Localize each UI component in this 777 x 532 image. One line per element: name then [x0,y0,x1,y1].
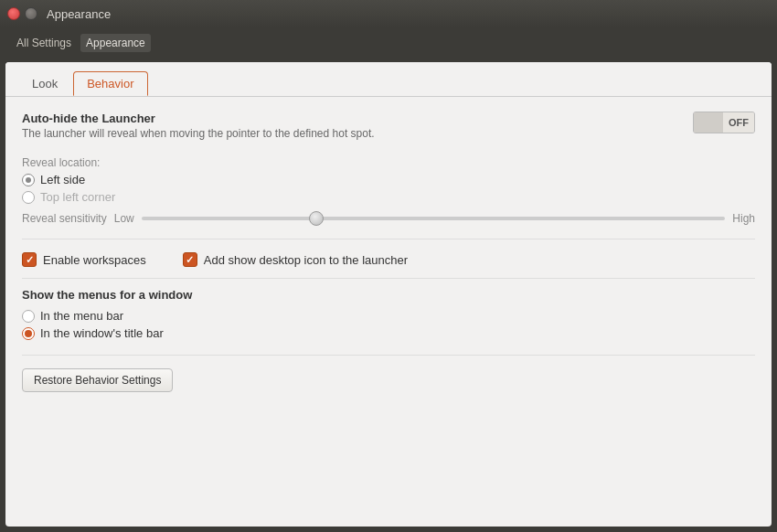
radio-circle-titlebar [22,327,35,340]
radio-circle-left [22,174,35,186]
radio-top-left[interactable]: Top left corner [22,190,755,204]
show-menus-section: Show the menus for a window In the menu … [22,288,755,340]
radio-label-left: Left side [40,173,85,186]
auto-hide-subtitle: The launcher will reveal when moving the… [22,127,375,140]
breadcrumb-all-settings[interactable]: All Settings [11,34,77,52]
checkbox-desktop-box: ✓ [183,252,197,267]
checkbox-workspaces-box: ✓ [22,252,37,267]
toggle-track [694,112,723,133]
window-title: Appearance [47,7,111,21]
auto-hide-title: Auto-hide the Launcher [22,112,375,125]
tabs: Look Behavior [5,62,772,97]
slider-thumb[interactable] [309,211,324,226]
auto-hide-row: Auto-hide the Launcher The launcher will… [22,112,755,149]
content-area: Look Behavior Auto-hide the Launcher The… [5,62,772,527]
radio-label-topleft: Top left corner [40,190,115,204]
reveal-location-group: Reveal location: Left side Top left corn… [22,156,755,204]
reveal-location-label: Reveal location: [22,156,755,169]
restore-behavior-button[interactable]: Restore Behavior Settings [22,368,173,392]
sensitivity-slider[interactable] [142,211,726,226]
tab-look[interactable]: Look [18,71,71,96]
window-controls [7,7,37,20]
radio-label-menubar: In the menu bar [40,309,123,323]
behavior-panel: Auto-hide the Launcher The launcher will… [5,97,772,407]
breadcrumb-bar: All Settings Appearance [0,27,777,59]
radio-label-titlebar: In the window's title bar [40,326,164,340]
checkbox-desktop-label: Add show desktop icon to the launcher [204,253,408,267]
sensitivity-label: Reveal sensitivity [22,212,107,225]
tab-behavior[interactable]: Behavior [73,71,147,96]
sensitivity-high: High [732,212,755,225]
minimize-button[interactable] [25,7,37,20]
show-menus-title: Show the menus for a window [22,288,755,302]
auto-hide-text: Auto-hide the Launcher The launcher will… [22,112,375,149]
divider [22,278,755,279]
radio-circle-topleft [22,191,35,204]
checkboxes-row: ✓ Enable workspaces ✓ Add show desktop i… [22,252,755,267]
checkmark-workspaces: ✓ [26,255,34,265]
radio-dot-left [26,177,31,183]
auto-hide-toggle[interactable]: OFF [693,112,755,133]
toggle-label: OFF [723,112,754,133]
titlebar: Appearance [0,0,777,27]
sensitivity-row: Reveal sensitivity Low High [22,211,755,226]
auto-hide-section: Auto-hide the Launcher The launcher will… [22,112,755,239]
radio-circle-menubar [22,310,35,323]
radio-title-bar[interactable]: In the window's title bar [22,326,755,340]
radio-dot-titlebar [25,330,32,337]
checkmark-desktop: ✓ [186,255,194,265]
breadcrumb-appearance[interactable]: Appearance [80,34,151,52]
radio-menu-bar[interactable]: In the menu bar [22,309,755,323]
sensitivity-low: Low [114,212,134,225]
checkbox-show-desktop[interactable]: ✓ Add show desktop icon to the launcher [183,252,408,267]
divider-2 [22,355,755,356]
slider-track [142,217,726,220]
checkbox-workspaces-label: Enable workspaces [43,253,146,267]
checkbox-enable-workspaces[interactable]: ✓ Enable workspaces [22,252,146,267]
close-button[interactable] [7,7,20,20]
radio-left-side[interactable]: Left side [22,173,755,186]
